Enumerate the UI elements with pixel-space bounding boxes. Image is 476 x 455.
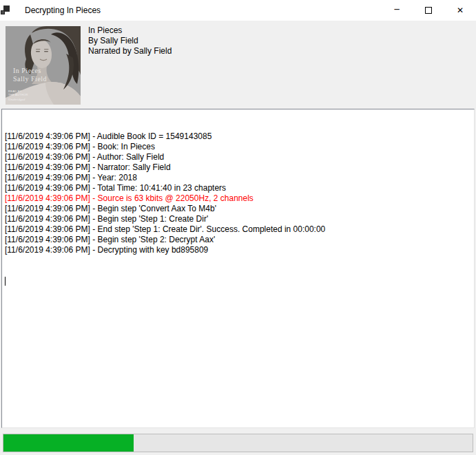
log-line: [11/6/2019 4:39:06 PM] - Audible Book ID… [5, 131, 471, 142]
caret-line [5, 276, 471, 286]
cover-edition-text: Unabridged [8, 98, 25, 101]
log-line: [11/6/2019 4:39:06 PM] - Author: Sally F… [5, 152, 471, 162]
log-line: [11/6/2019 4:39:06 PM] - Decrypting with… [5, 245, 471, 255]
log-line: [11/6/2019 4:39:06 PM] - Book: In Pieces [5, 142, 471, 152]
minimize-button[interactable]: ─ [381, 0, 413, 21]
log-textbox[interactable]: [11/6/2019 4:39:06 PM] - Audible Book ID… [1, 109, 475, 428]
log-line: [11/6/2019 4:39:06 PM] - Narrator: Sally… [5, 162, 471, 173]
cover-readby-text: READ BY THE AUTHOR [8, 89, 28, 96]
log-lines: [11/6/2019 4:39:06 PM] - Audible Book ID… [5, 131, 471, 255]
cover-author-text: Sally Field [13, 75, 47, 83]
log-line: [11/6/2019 4:39:06 PM] - Begin step 'Con… [5, 204, 471, 214]
close-button[interactable]: ✕ [444, 0, 476, 21]
book-narrator: Narrated by Sally Field [88, 46, 172, 56]
text-caret [5, 277, 6, 286]
app-window: Decrypting In Pieces ─ ✕ [0, 0, 476, 455]
log-line: [11/6/2019 4:39:06 PM] - Begin step 'Ste… [5, 214, 471, 224]
app-icon [1, 6, 10, 15]
book-title: In Pieces [88, 25, 172, 36]
maximize-icon [425, 7, 432, 14]
log-line: [11/6/2019 4:39:06 PM] - End step 'Step … [5, 224, 471, 235]
window-title: Decrypting In Pieces [25, 6, 101, 15]
book-info: In Pieces By Sally Field Narrated by Sal… [88, 25, 172, 56]
book-author: By Sally Field [88, 36, 172, 46]
log-line: [11/6/2019 4:39:06 PM] - Source is 63 kb… [5, 193, 471, 204]
maximize-button[interactable] [413, 0, 444, 21]
close-icon: ✕ [457, 6, 464, 15]
titlebar[interactable]: Decrypting In Pieces ─ ✕ [0, 0, 476, 21]
log-line: [11/6/2019 4:39:06 PM] - Begin step 'Ste… [5, 235, 471, 245]
window-controls: ─ ✕ [381, 0, 476, 21]
minimize-icon: ─ [394, 5, 399, 14]
log-line: [11/6/2019 4:39:06 PM] - Year: 2018 [5, 173, 471, 183]
log-line: [11/6/2019 4:39:06 PM] - Total Time: 10:… [5, 183, 471, 193]
book-cover-image: In Pieces Sally Field READ BY THE AUTHOR… [6, 26, 81, 105]
progress-bar [3, 434, 473, 452]
cover-title-text: In Pieces [13, 66, 41, 75]
progress-fill [3, 434, 134, 452]
